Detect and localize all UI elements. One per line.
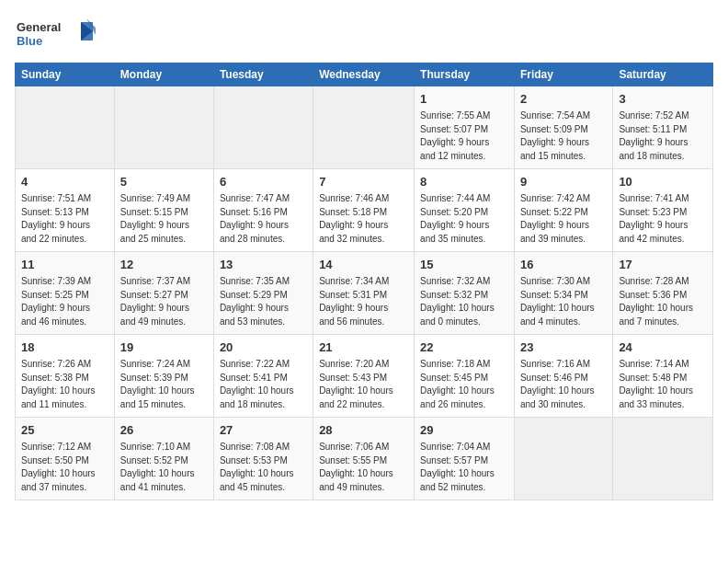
calendar-cell: 18Sunrise: 7:26 AM Sunset: 5:38 PM Dayli… — [16, 335, 115, 418]
day-number: 2 — [520, 91, 607, 108]
day-number: 21 — [319, 339, 408, 356]
day-info: Sunrise: 7:06 AM Sunset: 5:55 PM Dayligh… — [319, 441, 408, 494]
week-row-2: 4Sunrise: 7:51 AM Sunset: 5:13 PM Daylig… — [16, 169, 713, 252]
day-info: Sunrise: 7:08 AM Sunset: 5:53 PM Dayligh… — [220, 441, 307, 494]
calendar-cell: 15Sunrise: 7:32 AM Sunset: 5:32 PM Dayli… — [415, 252, 515, 335]
day-number: 22 — [420, 339, 508, 356]
day-number: 18 — [21, 339, 108, 356]
day-number: 5 — [120, 174, 208, 190]
day-number: 3 — [619, 91, 707, 108]
header-day-tuesday: Tuesday — [213, 63, 313, 86]
calendar-cell: 12Sunrise: 7:37 AM Sunset: 5:27 PM Dayli… — [114, 252, 213, 335]
day-info: Sunrise: 7:44 AM Sunset: 5:20 PM Dayligh… — [420, 192, 508, 246]
day-number: 9 — [520, 174, 607, 190]
logo-content: General Blue — [15, 15, 97, 55]
logo: General Blue — [15, 15, 97, 55]
calendar-cell: 3Sunrise: 7:52 AM Sunset: 5:11 PM Daylig… — [613, 86, 713, 169]
header-day-friday: Friday — [514, 63, 612, 86]
day-info: Sunrise: 7:16 AM Sunset: 5:46 PM Dayligh… — [520, 358, 607, 411]
calendar-cell: 1Sunrise: 7:55 AM Sunset: 5:07 PM Daylig… — [415, 86, 515, 169]
calendar-cell: 19Sunrise: 7:24 AM Sunset: 5:39 PM Dayli… — [114, 335, 213, 418]
svg-text:Blue: Blue — [17, 34, 42, 48]
calendar-cell — [313, 86, 415, 169]
day-number: 15 — [420, 257, 508, 273]
day-number: 27 — [220, 422, 307, 439]
day-info: Sunrise: 7:39 AM Sunset: 5:25 PM Dayligh… — [21, 275, 108, 328]
svg-text:General: General — [17, 20, 61, 34]
day-number: 26 — [120, 422, 208, 439]
day-number: 20 — [220, 339, 307, 356]
calendar-cell: 7Sunrise: 7:46 AM Sunset: 5:18 PM Daylig… — [313, 169, 415, 252]
calendar-cell: 24Sunrise: 7:14 AM Sunset: 5:48 PM Dayli… — [613, 335, 713, 418]
calendar-cell: 2Sunrise: 7:54 AM Sunset: 5:09 PM Daylig… — [514, 86, 612, 169]
day-number: 25 — [21, 422, 108, 439]
day-number: 13 — [220, 257, 307, 273]
calendar-cell: 9Sunrise: 7:42 AM Sunset: 5:22 PM Daylig… — [514, 169, 612, 252]
day-info: Sunrise: 7:46 AM Sunset: 5:18 PM Dayligh… — [319, 192, 408, 246]
calendar-cell: 14Sunrise: 7:34 AM Sunset: 5:31 PM Dayli… — [313, 252, 415, 335]
day-info: Sunrise: 7:12 AM Sunset: 5:50 PM Dayligh… — [21, 441, 108, 494]
day-info: Sunrise: 7:49 AM Sunset: 5:15 PM Dayligh… — [120, 192, 208, 246]
day-number: 16 — [520, 257, 607, 273]
day-info: Sunrise: 7:42 AM Sunset: 5:22 PM Dayligh… — [520, 192, 607, 246]
calendar-cell: 29Sunrise: 7:04 AM Sunset: 5:57 PM Dayli… — [415, 418, 515, 500]
header-row: SundayMondayTuesdayWednesdayThursdayFrid… — [16, 63, 713, 86]
calendar-cell — [514, 418, 612, 500]
calendar-cell: 20Sunrise: 7:22 AM Sunset: 5:41 PM Dayli… — [213, 335, 313, 418]
day-number: 6 — [220, 174, 307, 190]
calendar-cell: 16Sunrise: 7:30 AM Sunset: 5:34 PM Dayli… — [514, 252, 612, 335]
day-info: Sunrise: 7:04 AM Sunset: 5:57 PM Dayligh… — [420, 441, 508, 494]
day-info: Sunrise: 7:18 AM Sunset: 5:45 PM Dayligh… — [420, 358, 508, 411]
calendar-cell: 28Sunrise: 7:06 AM Sunset: 5:55 PM Dayli… — [313, 418, 415, 500]
week-row-1: 1Sunrise: 7:55 AM Sunset: 5:07 PM Daylig… — [16, 86, 713, 169]
calendar-cell: 5Sunrise: 7:49 AM Sunset: 5:15 PM Daylig… — [114, 169, 213, 252]
day-info: Sunrise: 7:34 AM Sunset: 5:31 PM Dayligh… — [319, 275, 408, 328]
week-row-4: 18Sunrise: 7:26 AM Sunset: 5:38 PM Dayli… — [16, 335, 713, 418]
day-info: Sunrise: 7:14 AM Sunset: 5:48 PM Dayligh… — [619, 358, 707, 411]
day-number: 28 — [319, 422, 408, 439]
day-number: 10 — [619, 174, 707, 190]
calendar-cell: 6Sunrise: 7:47 AM Sunset: 5:16 PM Daylig… — [213, 169, 313, 252]
calendar-container: General Blue SundayMondayTuesdayWednesda… — [0, 0, 728, 510]
day-info: Sunrise: 7:55 AM Sunset: 5:07 PM Dayligh… — [420, 109, 508, 163]
day-info: Sunrise: 7:28 AM Sunset: 5:36 PM Dayligh… — [619, 275, 707, 328]
day-info: Sunrise: 7:47 AM Sunset: 5:16 PM Dayligh… — [220, 192, 307, 246]
day-info: Sunrise: 7:24 AM Sunset: 5:39 PM Dayligh… — [120, 358, 208, 411]
calendar-cell — [16, 86, 115, 169]
day-info: Sunrise: 7:26 AM Sunset: 5:38 PM Dayligh… — [21, 358, 108, 411]
day-info: Sunrise: 7:37 AM Sunset: 5:27 PM Dayligh… — [120, 275, 208, 328]
calendar-cell: 27Sunrise: 7:08 AM Sunset: 5:53 PM Dayli… — [213, 418, 313, 500]
day-info: Sunrise: 7:20 AM Sunset: 5:43 PM Dayligh… — [319, 358, 408, 411]
header-day-monday: Monday — [114, 63, 213, 86]
week-row-3: 11Sunrise: 7:39 AM Sunset: 5:25 PM Dayli… — [16, 252, 713, 335]
calendar-cell: 17Sunrise: 7:28 AM Sunset: 5:36 PM Dayli… — [613, 252, 713, 335]
day-info: Sunrise: 7:30 AM Sunset: 5:34 PM Dayligh… — [520, 275, 607, 328]
header-day-wednesday: Wednesday — [313, 63, 415, 86]
week-row-5: 25Sunrise: 7:12 AM Sunset: 5:50 PM Dayli… — [16, 418, 713, 500]
day-info: Sunrise: 7:10 AM Sunset: 5:52 PM Dayligh… — [120, 441, 208, 494]
calendar-cell: 8Sunrise: 7:44 AM Sunset: 5:20 PM Daylig… — [415, 169, 515, 252]
day-number: 7 — [319, 174, 408, 190]
header-day-thursday: Thursday — [415, 63, 515, 86]
header-day-sunday: Sunday — [16, 63, 115, 86]
calendar-cell — [213, 86, 313, 169]
calendar-cell: 25Sunrise: 7:12 AM Sunset: 5:50 PM Dayli… — [16, 418, 115, 500]
day-info: Sunrise: 7:52 AM Sunset: 5:11 PM Dayligh… — [619, 109, 707, 163]
day-number: 19 — [120, 339, 208, 356]
day-info: Sunrise: 7:22 AM Sunset: 5:41 PM Dayligh… — [220, 358, 307, 411]
header-day-saturday: Saturday — [613, 63, 713, 86]
calendar-cell — [613, 418, 713, 500]
day-number: 11 — [21, 257, 108, 273]
day-number: 4 — [21, 174, 108, 190]
day-info: Sunrise: 7:35 AM Sunset: 5:29 PM Dayligh… — [220, 275, 307, 328]
day-number: 8 — [420, 174, 508, 190]
calendar-cell: 22Sunrise: 7:18 AM Sunset: 5:45 PM Dayli… — [415, 335, 515, 418]
day-number: 1 — [420, 91, 508, 108]
calendar-cell: 10Sunrise: 7:41 AM Sunset: 5:23 PM Dayli… — [613, 169, 713, 252]
calendar-cell — [114, 86, 213, 169]
day-info: Sunrise: 7:51 AM Sunset: 5:13 PM Dayligh… — [21, 192, 108, 246]
day-number: 29 — [420, 422, 508, 439]
calendar-cell: 23Sunrise: 7:16 AM Sunset: 5:46 PM Dayli… — [514, 335, 612, 418]
day-number: 17 — [619, 257, 707, 273]
header: General Blue — [15, 15, 713, 55]
